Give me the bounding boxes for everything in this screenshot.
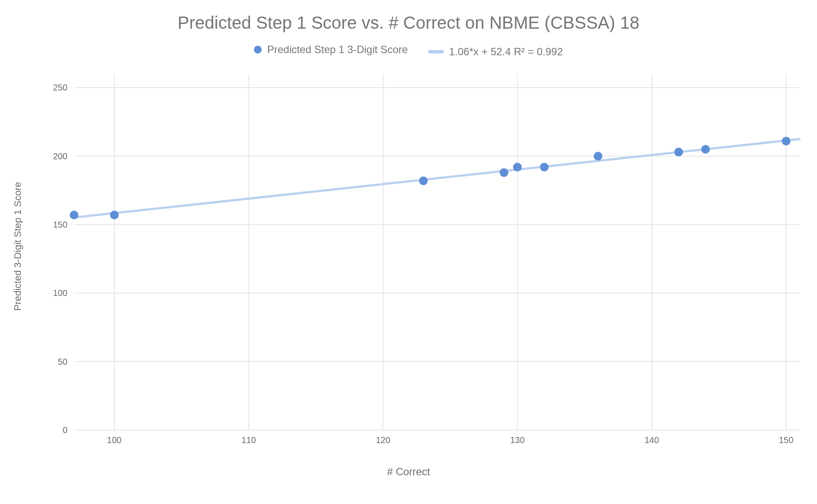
data-point bbox=[419, 176, 428, 185]
data-point bbox=[70, 211, 78, 219]
y-axis-title: Predicted 3-Digit Step 1 Score bbox=[12, 118, 24, 246]
y-axis: 050100150200250 bbox=[53, 83, 68, 435]
legend-dot-icon bbox=[254, 46, 262, 54]
data-point bbox=[594, 152, 602, 161]
data-point bbox=[513, 163, 522, 171]
y-tick: 150 bbox=[53, 220, 68, 229]
data-point bbox=[674, 148, 683, 156]
legend-line-icon bbox=[428, 50, 444, 54]
y-tick: 250 bbox=[53, 83, 68, 92]
svg-text:100: 100 bbox=[107, 435, 122, 445]
trendline bbox=[74, 139, 800, 218]
svg-text:150: 150 bbox=[779, 435, 793, 445]
data-point bbox=[110, 211, 119, 219]
y-tick: 50 bbox=[58, 357, 68, 366]
data-point bbox=[701, 145, 710, 154]
svg-text:250: 250 bbox=[53, 83, 68, 92]
svg-text:200: 200 bbox=[53, 151, 68, 161]
svg-text:0: 0 bbox=[63, 425, 68, 435]
svg-text:50: 50 bbox=[58, 357, 68, 366]
legend-series-label: Predicted Step 1 3-Digit Score bbox=[267, 44, 408, 56]
svg-text:130: 130 bbox=[510, 435, 524, 445]
plot-area: 100110120130140150050100150200250 bbox=[74, 74, 800, 430]
legend-item-series: Predicted Step 1 3-Digit Score bbox=[254, 44, 408, 56]
x-tick: 100 bbox=[107, 435, 122, 445]
x-axis: 100110120130140150 bbox=[107, 435, 793, 445]
y-tick: 0 bbox=[63, 425, 68, 435]
svg-text:120: 120 bbox=[376, 435, 390, 445]
x-tick: 140 bbox=[645, 435, 659, 445]
svg-text:140: 140 bbox=[645, 435, 659, 445]
y-tick: 200 bbox=[53, 151, 68, 161]
data-point bbox=[782, 137, 790, 145]
gridlines bbox=[74, 74, 800, 430]
chart-title: Predicted Step 1 Score vs. # Correct on … bbox=[0, 13, 817, 33]
x-tick: 130 bbox=[510, 435, 524, 445]
chart-container: Predicted Step 1 Score vs. # Correct on … bbox=[0, 0, 817, 504]
data-point bbox=[500, 168, 508, 177]
svg-text:150: 150 bbox=[53, 220, 68, 229]
x-tick: 110 bbox=[241, 435, 256, 445]
x-tick: 150 bbox=[779, 435, 793, 445]
legend-item-trendline: 1.06*x + 52.4 R² = 0.992 bbox=[428, 46, 563, 58]
plot-svg: 100110120130140150050100150200250 bbox=[74, 74, 800, 430]
legend-trendline-label: 1.06*x + 52.4 R² = 0.992 bbox=[449, 46, 563, 58]
x-tick: 120 bbox=[376, 435, 390, 445]
data-point bbox=[540, 163, 549, 171]
y-tick: 100 bbox=[53, 288, 68, 298]
svg-text:110: 110 bbox=[241, 435, 256, 445]
x-axis-title: # Correct bbox=[0, 466, 817, 478]
svg-text:100: 100 bbox=[53, 288, 68, 298]
chart-legend: Predicted Step 1 3-Digit Score 1.06*x + … bbox=[0, 44, 817, 58]
